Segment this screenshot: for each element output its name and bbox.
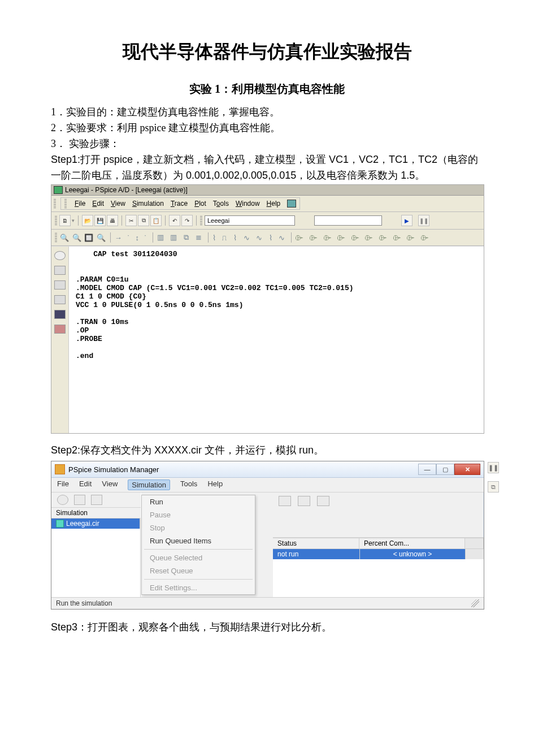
col-simulation[interactable]: Simulation bbox=[51, 508, 144, 519]
pspice-toolbar-1: 🗎 ▾ 📂 💾 🖶 ✂ ⧉ 📋 ↶ ↷ ▶ ❚❚ bbox=[51, 212, 484, 230]
menu-file[interactable]: File bbox=[75, 200, 85, 208]
secondary-combo[interactable] bbox=[314, 215, 382, 226]
bg-pause-icon: ❚❚ bbox=[488, 462, 499, 473]
col-percent[interactable]: Percent Com... bbox=[359, 538, 465, 549]
background-window-fragment: ❚❚ ⧉ bbox=[488, 462, 499, 493]
run-button[interactable]: ▶ bbox=[401, 215, 413, 226]
simmgr-titlebar: PSpice Simulation Manager ― ▢ ✕ bbox=[51, 461, 484, 478]
new-doc-button[interactable]: 🗎 bbox=[59, 215, 71, 226]
paragraph-2: 2．实验要求：利用 pspice 建立模型仿真电容性能。 bbox=[51, 120, 483, 136]
pause-button[interactable]: ❚❚ bbox=[418, 215, 429, 226]
pspice-app-icon bbox=[54, 186, 63, 194]
toolbar-grip-icon bbox=[64, 199, 67, 208]
step2-text: Step2:保存文档文件为 XXXXX.cir 文件，并运行，模拟 run。 bbox=[51, 443, 483, 459]
pspice-window: Leeegai - PSpice A/D - [Leeegai (active)… bbox=[51, 184, 484, 434]
copy-button[interactable]: ⧉ bbox=[138, 215, 149, 226]
pspice-sidebar bbox=[51, 247, 69, 433]
menu-trace[interactable]: Trace bbox=[171, 200, 188, 208]
pspice-toolbar-2: 🔍 🔍 🔲 🔍 → ˙ ↕ ˙ ▥ ▥ ⧉ ≣ ⌇ ⎍ ⌇ ∿ ∿ ⌇ ∿ ⌱ … bbox=[51, 230, 484, 246]
save-button[interactable]: 💾 bbox=[94, 215, 106, 226]
minimize-button[interactable]: ― bbox=[418, 464, 436, 475]
toolbar-grip-icon bbox=[200, 216, 202, 225]
menu-window[interactable]: Window bbox=[236, 200, 260, 208]
maximize-button[interactable]: ▢ bbox=[436, 464, 454, 475]
dropdown-reset-queue[interactable]: Reset Queue bbox=[142, 564, 255, 577]
row-file[interactable]: Leeegai.cir bbox=[51, 519, 140, 529]
menu-tools[interactable]: Tools bbox=[213, 200, 229, 208]
simmgr-menu-simulation[interactable]: Simulation bbox=[128, 479, 170, 490]
rtool-icon-2[interactable] bbox=[298, 496, 310, 506]
trace-tools-icon[interactable]: ⌇ ⎍ ⌇ ∿ ∿ ⌇ ∿ bbox=[212, 234, 288, 242]
file-icon bbox=[56, 520, 64, 528]
dropdown-pause[interactable]: Pause bbox=[142, 508, 255, 521]
simmgr-menu-file[interactable]: File bbox=[57, 479, 69, 490]
col-scroll bbox=[465, 538, 484, 549]
redo-button[interactable]: ↷ bbox=[181, 215, 193, 226]
profile-combo[interactable] bbox=[205, 215, 295, 226]
sidebar-icon-5[interactable] bbox=[54, 310, 66, 319]
zoom-tools-icon[interactable]: 🔍 🔍 🔲 🔍 bbox=[60, 234, 106, 242]
dropdown-edit-settings[interactable]: Edit Settings... bbox=[142, 581, 255, 594]
simmgr-menu-tools[interactable]: Tools bbox=[180, 479, 197, 490]
dropdown-run-queued[interactable]: Run Queued Items bbox=[142, 534, 255, 547]
plot-tools-icon[interactable]: ▥ ▥ ⧉ ≣ bbox=[157, 233, 204, 242]
menu-edit[interactable]: Edit bbox=[92, 200, 104, 208]
col-status[interactable]: Status bbox=[273, 538, 359, 549]
simmgr-window: PSpice Simulation Manager ― ▢ ✕ File Edi… bbox=[51, 461, 484, 610]
dropdown-stop[interactable]: Stop bbox=[142, 521, 255, 534]
sidebar-icon-3[interactable] bbox=[54, 280, 66, 290]
menu-simulation[interactable]: Simulation bbox=[132, 200, 164, 208]
paragraph-1: 1．实验目的：建立模型仿真电容性能，掌握电容。 bbox=[51, 105, 483, 120]
toolbar-grip-icon bbox=[55, 233, 57, 242]
pspice-window-title: Leeegai - PSpice A/D - [Leeegai (active)… bbox=[65, 186, 188, 194]
row-scroll bbox=[466, 549, 484, 559]
nav-tools-icon[interactable]: → ˙ ↕ ˙ bbox=[115, 234, 149, 242]
pspice-menubar: File Edit View Simulation Trace Plot Too… bbox=[51, 196, 484, 212]
sidebar-icon-1[interactable] bbox=[54, 251, 66, 260]
row-file-label: Leeegai.cir bbox=[66, 520, 99, 528]
toolbar-grip-icon bbox=[54, 199, 56, 208]
rtool-icon-3[interactable] bbox=[317, 496, 329, 506]
undo-button[interactable]: ↶ bbox=[169, 215, 180, 226]
resize-grip-icon[interactable] bbox=[471, 599, 479, 607]
row-status[interactable]: not run bbox=[273, 549, 360, 559]
menu-end-icon bbox=[287, 200, 296, 208]
tool-icon-2[interactable] bbox=[74, 495, 85, 505]
menu-help[interactable]: Help bbox=[267, 200, 281, 208]
dropdown-queue-selected[interactable]: Queue Selected bbox=[142, 551, 255, 564]
bg-misc-icon: ⧉ bbox=[488, 481, 499, 493]
simmgr-menubar: File Edit View Simulation Tools Help bbox=[51, 478, 484, 493]
doc-subtitle: 实验 1：利用模型仿真电容性能 bbox=[51, 81, 483, 97]
pspice-titlebar: Leeegai - PSpice A/D - [Leeegai (active)… bbox=[51, 185, 484, 196]
tool-icon-3[interactable] bbox=[91, 495, 102, 505]
simmgr-title: PSpice Simulation Manager bbox=[68, 465, 159, 474]
simmgr-statusbar: Run the simulation bbox=[51, 597, 484, 609]
cut-button[interactable]: ✂ bbox=[125, 215, 137, 226]
simmgr-menu-edit[interactable]: Edit bbox=[79, 479, 92, 490]
close-button[interactable]: ✕ bbox=[454, 464, 480, 475]
statusbar-text: Run the simulation bbox=[56, 599, 112, 607]
menu-view[interactable]: View bbox=[111, 200, 125, 208]
print-button[interactable]: 🖶 bbox=[107, 215, 118, 226]
toolbar-grip-icon bbox=[55, 216, 57, 225]
paragraph-3: 3． 实验步骤： bbox=[51, 136, 483, 152]
step1-text: Step1:打开 pspice，建立新文档，输入代码，建立模型，设置 VC1，V… bbox=[51, 152, 483, 184]
marker-tools-icon[interactable]: ⌱ ⌱ ⌱ ⌱ ⌱ ⌱ ⌱ ⌱ ⌱ ⌱ bbox=[296, 234, 431, 242]
simulation-dropdown: Run Pause Stop Run Queued Items Queue Se… bbox=[141, 495, 255, 595]
sidebar-icon-6[interactable] bbox=[54, 325, 66, 334]
menu-plot[interactable]: Plot bbox=[194, 200, 206, 208]
doc-title: 现代半导体器件与仿真作业实验报告 bbox=[51, 40, 483, 64]
simmgr-menu-help[interactable]: Help bbox=[207, 479, 223, 490]
code-editor[interactable]: CAP test 3011204030 .PARAM C0=1u .MODEL … bbox=[69, 247, 484, 433]
sidebar-icon-2[interactable] bbox=[54, 266, 66, 275]
open-button[interactable]: 📂 bbox=[82, 215, 93, 226]
sidebar-icon-4[interactable] bbox=[54, 295, 66, 304]
tool-icon-1[interactable] bbox=[57, 495, 68, 505]
paste-button[interactable]: 📋 bbox=[150, 215, 162, 226]
rtool-icon-1[interactable] bbox=[279, 496, 291, 506]
simmgr-app-icon bbox=[55, 464, 65, 474]
dropdown-run[interactable]: Run bbox=[142, 495, 255, 508]
simmgr-menu-view[interactable]: View bbox=[102, 479, 118, 490]
row-percent[interactable]: < unknown > bbox=[360, 549, 466, 559]
step3-text: Step3：打开图表，观察各个曲线，与预期结果进行对比分析。 bbox=[51, 620, 483, 636]
